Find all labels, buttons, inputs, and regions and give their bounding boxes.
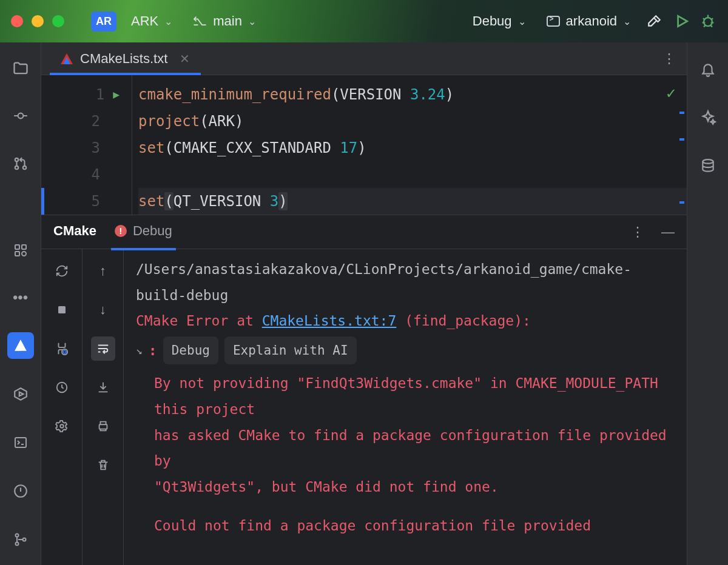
- chip-debug[interactable]: Debug: [163, 336, 218, 365]
- inspection-ok-icon[interactable]: ✓: [666, 84, 676, 102]
- code-body[interactable]: cmake_minimum_required(VERSION 3.24)proj…: [138, 75, 687, 215]
- close-tab-button[interactable]: ✕: [180, 52, 190, 66]
- branch-selector[interactable]: main ⌄: [187, 10, 262, 33]
- problems-tool-button[interactable]: [7, 478, 34, 504]
- error-source-link[interactable]: CMakeLists.txt:7: [262, 313, 397, 329]
- left-tool-strip: •••: [0, 42, 41, 565]
- svg-point-4: [22, 165, 25, 169]
- scroll-up-button[interactable]: ↑: [91, 259, 115, 283]
- svg-rect-5: [15, 245, 19, 249]
- tab-label: Debug: [133, 223, 172, 239]
- chevron-down-icon: ⌄: [164, 16, 172, 27]
- run-button[interactable]: [672, 12, 690, 30]
- branch-icon: [193, 13, 207, 29]
- tab-overflow-button[interactable]: ⋮: [662, 51, 676, 67]
- tool-actions-col1: [41, 249, 83, 565]
- line-number: 2: [41, 108, 126, 135]
- output-line: Could not find a package configuration f…: [136, 513, 675, 539]
- output-line: has asked CMake to find a package config…: [136, 423, 675, 474]
- line-number: 5: [41, 188, 126, 215]
- output-error-line: CMake Error at CMakeLists.txt:7 (find_pa…: [136, 308, 675, 334]
- maximize-icon[interactable]: [52, 15, 64, 27]
- svg-rect-6: [22, 245, 26, 249]
- build-config-selector[interactable]: Debug ⌄: [467, 10, 532, 33]
- notifications-button[interactable]: [695, 56, 721, 82]
- run-target-selector[interactable]: arkanoid ⌄: [541, 10, 637, 33]
- svg-point-1: [18, 113, 23, 119]
- code-line[interactable]: [138, 161, 687, 188]
- svg-rect-21: [99, 424, 107, 429]
- pull-requests-button[interactable]: [7, 150, 34, 176]
- tool-body: ↑ ↓ /Users/anastasiakazakova/CLionProjec…: [41, 249, 687, 565]
- code-line[interactable]: set(QT_VERSION 3): [138, 188, 687, 215]
- services-tool-button[interactable]: [7, 381, 34, 407]
- app-icon: [547, 16, 560, 27]
- chip-explain-ai[interactable]: Explain with AI: [224, 336, 357, 365]
- export-button[interactable]: [91, 375, 115, 400]
- cmake-settings-button[interactable]: [50, 336, 74, 361]
- tool-options-button[interactable]: ⋮: [631, 224, 644, 240]
- more-tool-button[interactable]: •••: [7, 285, 34, 310]
- line-number: 3: [41, 135, 126, 161]
- output-line: "Qt3Widgets", but CMake did not find one…: [136, 474, 675, 500]
- close-icon[interactable]: [11, 15, 23, 27]
- window-controls: [11, 15, 64, 27]
- terminal-tool-button[interactable]: [7, 429, 34, 456]
- output-path: /Users/anastasiakazakova/CLionProjects/a…: [136, 256, 675, 308]
- editor-tabs: CMakeLists.txt ✕ ⋮: [41, 42, 687, 75]
- colon: :: [149, 338, 157, 364]
- code-line[interactable]: project(ARK): [138, 108, 687, 135]
- chevron-down-icon: ⌄: [623, 16, 631, 27]
- tab-label: CMakeLists.txt: [80, 51, 167, 67]
- project-name: ARK: [131, 13, 158, 29]
- code-editor[interactable]: 1▶2345 cmake_minimum_required(VERSION 3.…: [41, 75, 687, 215]
- tool-tabs: CMake ! Debug ⋮ —: [41, 215, 687, 249]
- collapse-icon[interactable]: ↘: [136, 340, 143, 360]
- debug-button[interactable]: [699, 12, 717, 30]
- settings-button[interactable]: [50, 414, 74, 438]
- branch-name: main: [213, 13, 242, 29]
- svg-point-15: [22, 538, 25, 541]
- svg-rect-11: [15, 438, 26, 447]
- soft-wrap-button[interactable]: [91, 336, 115, 361]
- right-tool-strip: [687, 42, 728, 565]
- code-line[interactable]: set(CMAKE_CXX_STANDARD 17): [138, 135, 687, 161]
- scroll-down-button[interactable]: ↓: [91, 298, 115, 322]
- reload-button[interactable]: [50, 259, 74, 283]
- cmake-cache-button[interactable]: [50, 375, 74, 400]
- svg-point-20: [60, 424, 64, 428]
- commit-tool-button[interactable]: [7, 103, 34, 129]
- tool-actions-col2: ↑ ↓: [83, 249, 124, 565]
- editor-area: CMakeLists.txt ✕ ⋮ 1▶2345 cmake_minimum_…: [41, 42, 687, 565]
- tool-tab-debug[interactable]: ! Debug: [115, 223, 172, 241]
- project-badge: AR: [91, 12, 116, 32]
- tool-minimize-button[interactable]: —: [661, 224, 675, 240]
- tool-tab-cmake[interactable]: CMake: [53, 223, 96, 241]
- vcs-tool-button[interactable]: [7, 526, 34, 553]
- svg-marker-9: [15, 388, 27, 400]
- ai-assistant-button[interactable]: [695, 104, 721, 131]
- clear-button[interactable]: [91, 453, 115, 477]
- tool-window: CMake ! Debug ⋮ —: [41, 215, 687, 565]
- database-button[interactable]: [695, 153, 721, 179]
- cmake-tool-button[interactable]: [7, 332, 34, 359]
- code-line[interactable]: cmake_minimum_required(VERSION 3.24): [138, 81, 687, 108]
- error-indicator-icon: !: [115, 225, 127, 237]
- minimize-icon[interactable]: [32, 15, 44, 27]
- run-target: arkanoid: [566, 13, 617, 29]
- structure-tool-button[interactable]: [7, 238, 34, 263]
- project-selector[interactable]: ARK ⌄: [125, 10, 178, 33]
- svg-rect-7: [15, 252, 19, 256]
- console-output[interactable]: /Users/anastasiakazakova/CLionProjects/a…: [124, 249, 687, 565]
- editor-tab[interactable]: CMakeLists.txt ✕: [50, 42, 201, 75]
- build-button[interactable]: [645, 12, 664, 30]
- svg-point-8: [22, 252, 26, 256]
- titlebar: AR ARK ⌄ main ⌄ Debug ⌄ arkanoid ⌄: [0, 0, 728, 42]
- project-tool-button[interactable]: [7, 56, 34, 81]
- svg-point-22: [703, 159, 713, 164]
- stop-button[interactable]: [50, 298, 74, 322]
- chevron-down-icon: ⌄: [248, 16, 256, 27]
- output-line: By not providing "FindQt3Widgets.cmake" …: [136, 370, 675, 422]
- print-button[interactable]: [91, 414, 115, 438]
- run-gutter-icon[interactable]: ▶: [113, 81, 120, 108]
